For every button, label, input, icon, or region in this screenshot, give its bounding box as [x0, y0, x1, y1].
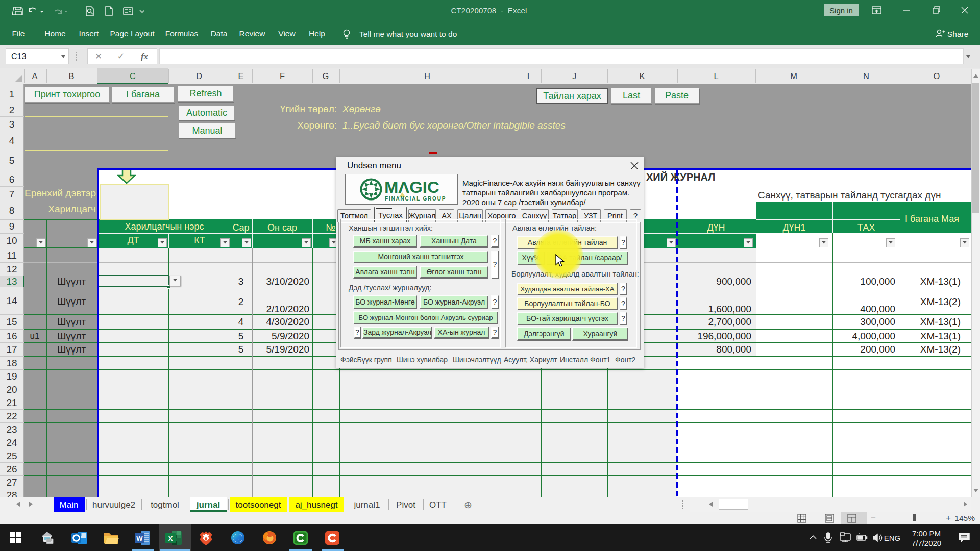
- svg-text:W: W: [136, 535, 143, 542]
- svg-text:X: X: [168, 535, 173, 542]
